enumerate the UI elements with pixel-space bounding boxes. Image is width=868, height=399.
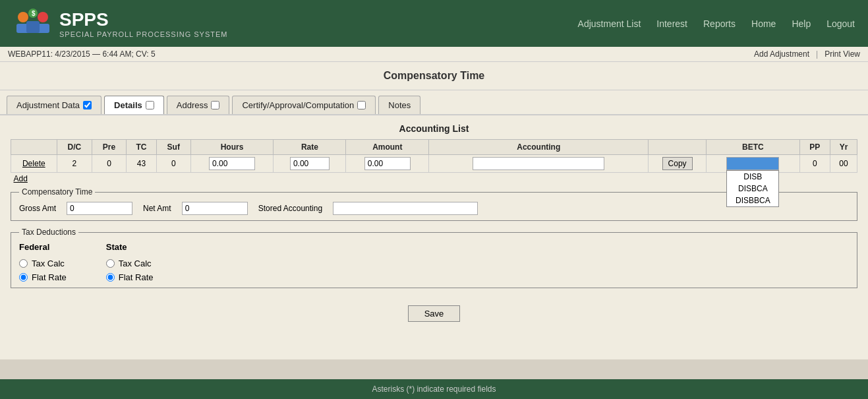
col-header-hours: Hours	[190, 140, 274, 155]
net-amt-input[interactable]	[182, 202, 248, 215]
federal-flat-rate-row: Flat Rate	[19, 272, 67, 282]
separator: |	[816, 49, 818, 59]
tab-address-label: Address	[177, 100, 208, 110]
net-amt-label: Net Amt	[143, 204, 171, 213]
rate-input[interactable]	[290, 157, 330, 170]
page-title: Compensatory Time	[0, 62, 868, 90]
col-header-copy	[649, 140, 707, 155]
tc-cell: 43	[126, 155, 156, 173]
table-row: Delete 2 0 43 0	[11, 155, 857, 173]
tab-certify[interactable]: Certify/Approval/Computation	[232, 96, 376, 114]
stored-accounting-label: Stored Accounting	[258, 204, 322, 213]
add-link[interactable]: Add	[14, 174, 28, 183]
tab-notes-label: Notes	[388, 100, 411, 110]
hours-input[interactable]	[209, 157, 255, 170]
accounting-cell	[429, 155, 649, 173]
betc-container: DISB DISBCA DISBBCA	[726, 157, 779, 170]
state-tax-calc-label: Tax Calc	[119, 259, 152, 268]
federal-label: Federal	[19, 242, 67, 252]
tab-address[interactable]: Address	[167, 96, 230, 114]
copy-cell: Copy	[649, 155, 707, 173]
pre-value: 0	[107, 159, 111, 168]
gross-amt-input[interactable]	[67, 202, 132, 215]
suf-value: 0	[171, 159, 176, 168]
nav-interest[interactable]: Interest	[656, 18, 687, 29]
nav-reports[interactable]: Reports	[703, 18, 736, 29]
tab-adjustment-data-checkbox[interactable]	[83, 101, 92, 109]
accounting-table: D/C Pre TC Suf Hours Rate Amount Account…	[11, 139, 857, 185]
state-tax-calc-row: Tax Calc	[106, 259, 154, 268]
tab-adjustment-data[interactable]: Adjustment Data	[7, 96, 101, 114]
yr-cell: 00	[830, 155, 857, 173]
svg-point-0	[18, 12, 28, 22]
comp-time-legend: Compensatory Time	[19, 187, 95, 197]
state-flat-rate-radio[interactable]	[106, 273, 115, 282]
dc-value: 2	[72, 159, 77, 168]
nav-adjustment-list[interactable]: Adjustment List	[578, 18, 641, 29]
col-header-dc: D/C	[57, 140, 92, 155]
state-label: State	[106, 242, 154, 252]
logo-title: SPPS	[59, 9, 228, 30]
tab-notes[interactable]: Notes	[378, 96, 420, 114]
gross-amt-label: Gross Amt	[19, 204, 56, 213]
betc-option-disb[interactable]: DISB	[727, 171, 778, 183]
nav-home[interactable]: Home	[751, 18, 776, 29]
hours-cell	[190, 155, 274, 173]
tab-certify-checkbox[interactable]	[357, 101, 366, 109]
col-header-betc: BETC	[706, 140, 799, 155]
accounting-input[interactable]	[473, 157, 604, 170]
logo-text: SPPS SPECIAL PAYROLL PROCESSING SYSTEM	[59, 9, 228, 38]
col-header-yr: Yr	[830, 140, 857, 155]
betc-option-disbbca[interactable]: DISBBCA	[727, 195, 778, 206]
col-header-pre: Pre	[92, 140, 127, 155]
federal-section: Federal Tax Calc Flat Rate	[19, 242, 67, 282]
accounting-list-title: Accounting List	[11, 123, 857, 134]
tab-certify-label: Certify/Approval/Computation	[242, 100, 354, 110]
federal-flat-rate-radio[interactable]	[19, 273, 28, 282]
logo-area: $ SPPS SPECIAL PAYROLL PROCESSING SYSTEM	[13, 5, 228, 42]
betc-input[interactable]	[726, 157, 779, 170]
tax-deductions-fieldset: Tax Deductions Federal Tax Calc Flat Rat…	[11, 228, 857, 288]
add-adjustment-link[interactable]: Add Adjustment	[754, 49, 809, 59]
stored-accounting-input[interactable]	[333, 202, 478, 215]
tab-details[interactable]: Details	[104, 96, 164, 114]
state-flat-rate-row: Flat Rate	[106, 272, 154, 282]
logo-subtitle: SPECIAL PAYROLL PROCESSING SYSTEM	[59, 30, 228, 38]
federal-tax-calc-row: Tax Calc	[19, 259, 67, 268]
dc-cell: 2	[57, 155, 92, 173]
col-header-action	[11, 140, 57, 155]
tab-details-checkbox[interactable]	[146, 101, 154, 109]
comp-time-row: Gross Amt Net Amt Stored Accounting	[19, 202, 849, 215]
nav-links: Adjustment List Interest Reports Home He…	[578, 18, 855, 29]
amount-input[interactable]	[364, 157, 411, 170]
federal-flat-rate-label: Flat Rate	[32, 272, 67, 282]
col-header-accounting: Accounting	[429, 140, 649, 155]
nav-help[interactable]: Help	[792, 18, 811, 29]
tab-details-label: Details	[114, 100, 142, 110]
suf-cell: 0	[157, 155, 191, 173]
state-tax-calc-radio[interactable]	[106, 259, 115, 268]
col-header-tc: TC	[126, 140, 156, 155]
svg-text:$: $	[32, 10, 36, 17]
tab-address-checkbox[interactable]	[211, 101, 219, 109]
tc-value: 43	[137, 159, 146, 168]
pre-cell: 0	[92, 155, 127, 173]
save-button[interactable]: Save	[408, 305, 461, 322]
federal-tax-calc-radio[interactable]	[19, 259, 28, 268]
col-header-pp: PP	[799, 140, 830, 155]
tabs-bar: Adjustment Data Details Address Certify/…	[0, 90, 868, 115]
delete-cell: Delete	[11, 155, 57, 173]
col-header-rate: Rate	[274, 140, 346, 155]
delete-link[interactable]: Delete	[22, 159, 45, 168]
tax-row: Federal Tax Calc Flat Rate State Tax Cal…	[19, 242, 849, 282]
nav-logout[interactable]: Logout	[826, 18, 855, 29]
print-view-link[interactable]: Print View	[825, 49, 860, 59]
state-section: State Tax Calc Flat Rate	[106, 242, 154, 282]
pp-value: 0	[813, 159, 817, 168]
amount-cell	[346, 155, 429, 173]
tab-adjustment-data-label: Adjustment Data	[16, 100, 80, 110]
copy-button[interactable]: Copy	[662, 157, 693, 170]
svg-point-2	[38, 12, 48, 22]
betc-option-disbca[interactable]: DISBCA	[727, 183, 778, 195]
state-flat-rate-label: Flat Rate	[119, 272, 154, 282]
